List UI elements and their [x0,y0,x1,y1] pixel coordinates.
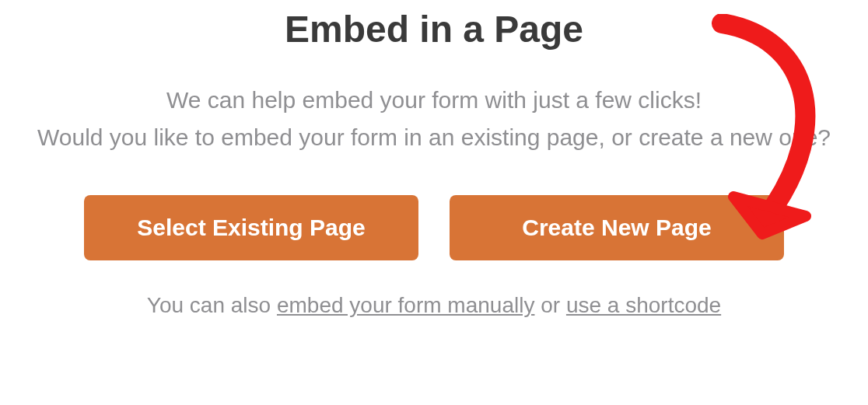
description-line-2: Would you like to embed your form in an … [37,124,831,150]
select-existing-page-button[interactable]: Select Existing Page [84,195,418,260]
modal-heading: Embed in a Page [285,8,583,51]
embed-modal: Embed in a Page We can help embed your f… [0,0,868,405]
embed-manually-link[interactable]: embed your form manually [277,293,534,317]
footer-text: You can also embed your form manually or… [147,293,721,318]
create-new-page-button[interactable]: Create New Page [450,195,784,260]
footer-prefix: You can also [147,293,277,317]
description-line-1: We can help embed your form with just a … [166,87,702,113]
footer-middle: or [534,293,565,317]
modal-description: We can help embed your form with just a … [37,82,831,156]
use-shortcode-link[interactable]: use a shortcode [566,293,721,317]
button-row: Select Existing Page Create New Page [84,195,784,260]
